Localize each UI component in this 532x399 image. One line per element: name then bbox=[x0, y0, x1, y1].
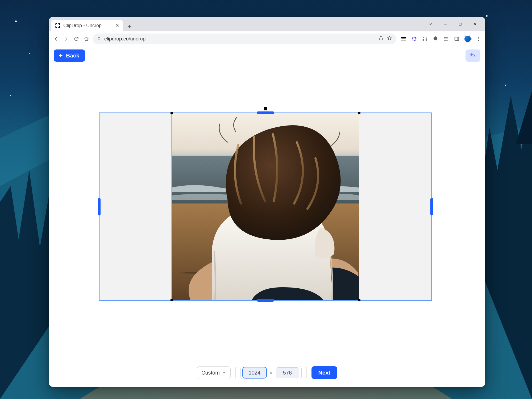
extension-icons bbox=[398, 35, 482, 43]
nav-back-button[interactable] bbox=[52, 35, 60, 43]
side-panel-icon[interactable] bbox=[453, 35, 460, 42]
svg-rect-6 bbox=[459, 23, 461, 25]
nav-reload-button[interactable] bbox=[72, 35, 80, 43]
dimension-multiply: × bbox=[269, 370, 273, 376]
next-button-label: Next bbox=[318, 369, 331, 376]
extension-stack-icon[interactable] bbox=[400, 35, 407, 42]
window-controls bbox=[423, 17, 483, 31]
app-header: Back bbox=[49, 46, 485, 65]
svg-rect-7 bbox=[98, 38, 100, 40]
tab-close-icon[interactable]: ✕ bbox=[115, 23, 119, 28]
chrome-menu-icon[interactable] bbox=[475, 35, 482, 42]
tab-strip: ClipDrop - Uncrop ✕ bbox=[49, 17, 485, 31]
width-input[interactable] bbox=[243, 367, 266, 378]
new-tab-button[interactable] bbox=[124, 21, 135, 31]
source-photo bbox=[172, 113, 359, 300]
image-corner-handle[interactable] bbox=[358, 112, 360, 114]
browser-toolbar: clipdrop.co/uncrop bbox=[49, 31, 485, 46]
clipdrop-favicon bbox=[55, 23, 61, 28]
browser-window: ClipDrop - Uncrop ✕ bbox=[49, 17, 485, 387]
dimension-inputs: × bbox=[240, 366, 302, 379]
svg-point-13 bbox=[415, 37, 416, 38]
separator bbox=[306, 367, 307, 378]
svg-point-19 bbox=[478, 40, 479, 41]
undo-button[interactable] bbox=[466, 49, 480, 62]
extension-headphones-icon[interactable] bbox=[421, 35, 428, 42]
svg-point-10 bbox=[412, 38, 413, 39]
nav-forward-button[interactable] bbox=[62, 35, 70, 43]
canvas-area: Custom × Next bbox=[49, 65, 485, 387]
back-button-label: Back bbox=[66, 52, 79, 59]
bookmark-star-icon[interactable] bbox=[387, 35, 392, 42]
next-button[interactable]: Next bbox=[311, 366, 338, 379]
aspect-ratio-select[interactable]: Custom bbox=[197, 366, 231, 379]
extensions-puzzle-icon[interactable] bbox=[432, 35, 439, 42]
svg-point-1 bbox=[486, 15, 488, 17]
svg-point-8 bbox=[414, 36, 415, 38]
crop-handle-right[interactable] bbox=[430, 198, 433, 215]
crop-handle-top[interactable] bbox=[257, 111, 274, 114]
nav-home-button[interactable] bbox=[82, 35, 90, 43]
crop-handle-left[interactable] bbox=[98, 198, 101, 215]
lock-icon bbox=[97, 36, 101, 42]
browser-tab[interactable]: ClipDrop - Uncrop ✕ bbox=[51, 20, 123, 31]
svg-point-4 bbox=[29, 53, 30, 54]
reading-list-icon[interactable] bbox=[443, 35, 450, 42]
svg-point-0 bbox=[15, 20, 17, 22]
svg-point-12 bbox=[412, 37, 413, 38]
crop-handle-bottom[interactable] bbox=[257, 299, 274, 302]
svg-point-5 bbox=[10, 95, 11, 96]
back-button[interactable]: Back bbox=[54, 49, 85, 62]
window-minimize-button[interactable] bbox=[438, 18, 453, 30]
svg-point-17 bbox=[478, 37, 479, 38]
svg-point-11 bbox=[415, 38, 416, 39]
svg-point-18 bbox=[478, 38, 479, 39]
source-image-box[interactable] bbox=[172, 113, 359, 300]
svg-point-15 bbox=[415, 39, 416, 40]
bottom-controls: Custom × Next bbox=[49, 366, 485, 379]
tab-overflow-icon[interactable] bbox=[423, 18, 438, 30]
extension-flower-icon[interactable] bbox=[411, 35, 418, 42]
svg-point-9 bbox=[414, 40, 415, 41]
svg-point-3 bbox=[505, 85, 506, 86]
uncrop-frame[interactable] bbox=[99, 113, 431, 300]
svg-point-14 bbox=[412, 39, 413, 40]
image-corner-handle[interactable] bbox=[171, 112, 173, 114]
tab-title: ClipDrop - Uncrop bbox=[63, 23, 113, 28]
clipdrop-app: Back bbox=[49, 46, 485, 387]
image-corner-handle[interactable] bbox=[171, 299, 173, 301]
svg-rect-16 bbox=[455, 37, 459, 40]
share-icon[interactable] bbox=[378, 35, 384, 42]
image-corner-handle[interactable] bbox=[358, 299, 360, 301]
url-text: clipdrop.co/uncrop bbox=[104, 36, 375, 42]
separator bbox=[235, 367, 236, 378]
gap-knob[interactable] bbox=[264, 107, 267, 110]
window-close-button[interactable] bbox=[468, 18, 483, 30]
chevron-down-icon bbox=[222, 371, 226, 375]
height-input[interactable] bbox=[276, 367, 299, 378]
profile-avatar[interactable] bbox=[464, 35, 471, 43]
aspect-ratio-label: Custom bbox=[201, 370, 220, 376]
address-bar[interactable]: clipdrop.co/uncrop bbox=[93, 34, 396, 44]
window-maximize-button[interactable] bbox=[453, 18, 468, 30]
